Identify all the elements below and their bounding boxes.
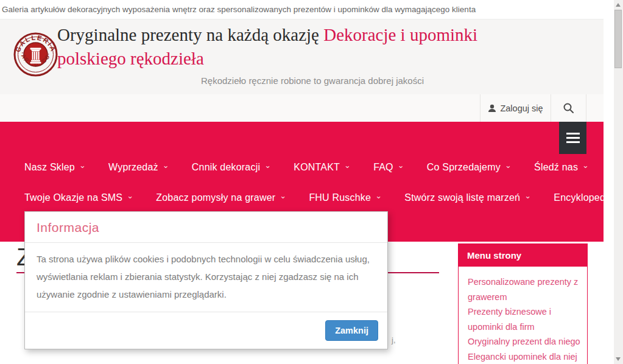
nav-menu-item-label: FHU Ruschke (309, 192, 371, 203)
modal-footer: Zamknij (25, 312, 387, 349)
nav-menu-item-label: Nasz Sklep (24, 162, 75, 173)
modal-header: Informacja (25, 212, 387, 243)
hamburger-menu-icon[interactable] (559, 122, 586, 154)
nav-menu-item[interactable]: Śledź nas ⌄ (534, 162, 589, 173)
sidebar-link[interactable]: Prezenty biznesowe i upominki dla firm (468, 304, 580, 334)
nav-menu-item-label: Wyprzedaż (108, 162, 158, 173)
site-title-accent-line2: polskiego rękodzieła (57, 49, 204, 68)
chevron-down-icon: ⌄ (280, 193, 286, 199)
nav-row-1: Nasz Sklep ⌄ Wyprzedaż ⌄ Cnnik dekoracji… (24, 158, 589, 177)
nav-menu-item[interactable]: Cnnik dekoracji ⌄ (192, 162, 271, 173)
login-button[interactable]: Zaloguj się (480, 94, 551, 122)
chevron-down-icon: ⌄ (344, 163, 351, 169)
nav-menu-item-label: Śledź nas (534, 162, 578, 173)
user-icon (488, 104, 496, 113)
login-label: Zaloguj się (500, 103, 543, 113)
nav-menu-item-label: Zobacz pomysły na grawer (156, 192, 275, 203)
nav-menu-item[interactable]: Nasz Sklep ⌄ (24, 162, 86, 173)
vertical-scrollbar[interactable] (614, 0, 623, 364)
sidebar-link-list: Personalizowane prezenty z grawerem Prez… (458, 267, 588, 364)
sidebar-link[interactable]: Elegancki upominek dla niej (468, 349, 580, 364)
nav-menu-item-label: KONTAKT (294, 162, 340, 173)
scrollbar-thumb[interactable] (614, 10, 622, 68)
cookie-info-modal: Informacja Ta strona używa plików cookie… (24, 211, 388, 349)
search-icon (563, 102, 574, 114)
sidebar-link[interactable]: Personalizowane prezenty z grawerem (468, 275, 580, 304)
sidebar-link[interactable]: Oryginalny prezent dla niego (468, 334, 580, 349)
nav-menu-item[interactable]: Zobacz pomysły na grawer ⌄ (156, 192, 286, 203)
nav-menu-item-label: Stwórz swoją listę marzeń (404, 192, 520, 203)
nav-menu-item[interactable]: Encyklopedia ⌄ (554, 192, 623, 203)
chevron-down-icon: ⌄ (127, 193, 133, 199)
chevron-down-icon: ⌄ (398, 163, 404, 169)
site-header: GALLERIA ·ART·DECO· Oryginalne prezenty … (0, 19, 604, 94)
scroll-up-arrow-icon[interactable] (616, 3, 621, 7)
nav-menu-item-label: Co Sprzedajemy (427, 162, 501, 173)
nav-menu-item[interactable]: Twoje Okazje na SMS ⌄ (24, 192, 133, 203)
search-button[interactable] (551, 94, 586, 122)
site-title: Oryginalne prezenty na każdą okazję Deko… (57, 23, 538, 71)
scroll-down-arrow-icon[interactable] (616, 357, 621, 361)
page: Galeria artykułów dekoracyjnych wyposaże… (0, 0, 604, 364)
site-tagline: Galeria artykułów dekoracyjnych wyposaże… (0, 0, 604, 19)
nav-menu-item-label: Cnnik dekoracji (192, 162, 260, 173)
nav-menu-item-label: Encyklopedia (554, 192, 613, 203)
site-title-dark: Oryginalne prezenty na każdą okazję (57, 25, 319, 44)
chevron-down-icon: ⌄ (163, 163, 169, 169)
chevron-down-icon: ⌄ (79, 163, 86, 169)
sidebar-menu-strony: Menu strony Personalizowane prezenty z g… (458, 243, 588, 364)
nav-menu-item[interactable]: Co Sprzedajemy ⌄ (427, 162, 512, 173)
nav-menu-item-label: FAQ (373, 162, 393, 173)
obscured-text-fragment: j, (392, 335, 396, 345)
modal-body-text: Ta strona używa plików cookies i podobny… (25, 243, 387, 312)
nav-menu-item[interactable]: FHU Ruschke ⌄ (309, 192, 382, 203)
utility-bar: Zaloguj się (0, 94, 604, 122)
chevron-down-icon: ⌄ (375, 193, 382, 199)
modal-title: Informacja (37, 220, 99, 234)
site-title-accent-line1: Dekoracje i upominki (323, 25, 477, 44)
chevron-down-icon: ⌄ (264, 163, 271, 169)
chevron-down-icon: ⌄ (524, 193, 531, 199)
chevron-down-icon: ⌄ (505, 163, 512, 169)
sidebar-title: Menu strony (458, 243, 588, 267)
site-logo-galleria-art-deco-icon[interactable]: GALLERIA ·ART·DECO· (13, 32, 58, 77)
nav-menu-item[interactable]: FAQ ⌄ (373, 162, 404, 173)
close-modal-button[interactable]: Zamknij (325, 320, 378, 341)
chevron-down-icon: ⌄ (582, 163, 589, 169)
nav-menu-item-label: Twoje Okazje na SMS (24, 192, 122, 203)
nav-row-2: Twoje Okazje na SMS ⌄ Zobacz pomysły na … (24, 189, 623, 207)
nav-menu-item[interactable]: KONTAKT ⌄ (294, 162, 351, 173)
site-subtitle: Rękodzieło ręcznie robione to gwarancja … (201, 75, 424, 86)
nav-menu-item[interactable]: Wyprzedaż ⌄ (108, 162, 169, 173)
nav-menu-item[interactable]: Stwórz swoją listę marzeń ⌄ (404, 192, 531, 203)
